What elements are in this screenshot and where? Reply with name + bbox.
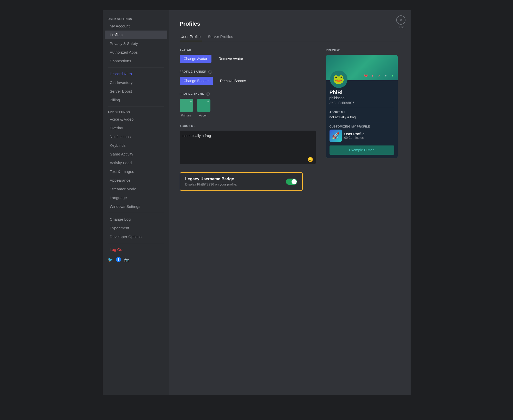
activity-time: 00:01 minutes: [344, 136, 365, 140]
banner-info-icon[interactable]: i: [208, 70, 212, 74]
card-customizing-label: CUSTOMIZING MY PROFILE: [330, 125, 394, 128]
tabs-container: User Profile Server Profiles: [180, 32, 400, 41]
sidebar: USER SETTINGS My Account Profiles Privac…: [103, 10, 169, 395]
activity-info: User Profile 00:01 minutes: [344, 132, 365, 140]
toggle-check-icon: ✓: [293, 180, 295, 183]
sidebar-item-billing[interactable]: Billing: [105, 96, 167, 104]
card-banner: 🐸 🎀 ♥ ✕ ● ●: [326, 55, 398, 80]
sidebar-item-change-log[interactable]: Change Log: [105, 215, 167, 223]
banner-section: PROFILE BANNER i Change Banner Remove Ba…: [180, 70, 316, 85]
content-right: PREVIEW 🐸 🎀 ♥ ✕ ●: [326, 48, 400, 191]
primary-swatch[interactable]: ✏: [180, 99, 193, 112]
card-avatar-area: 🐸: [330, 71, 347, 88]
sidebar-item-my-account[interactable]: My Account: [105, 22, 167, 30]
card-username: phibiscool: [330, 96, 394, 100]
accent-label: Accent: [199, 114, 208, 117]
content-layout: AVATAR Change Avatar Remove Avatar PROFI…: [180, 48, 400, 191]
avatar-label: AVATAR: [180, 48, 316, 52]
card-aka: AKA PhiBi#8936: [330, 101, 394, 105]
sidebar-item-appearance[interactable]: Appearance: [105, 176, 167, 184]
aka-label: AKA: [330, 101, 336, 105]
sidebar-item-game-activity[interactable]: Game Activity: [105, 150, 167, 158]
card-avatar: 🐸: [330, 71, 347, 88]
sidebar-item-keybinds[interactable]: Keybinds: [105, 141, 167, 150]
sidebar-item-notifications[interactable]: Notifications: [105, 132, 167, 141]
sidebar-item-experiment[interactable]: Experiment: [105, 224, 167, 232]
legacy-badge-text: Legacy Username Badge Display PhiBi#8936…: [185, 177, 237, 186]
badge-icon-1: 🎀: [363, 73, 369, 78]
card-about-label: ABOUT ME: [330, 111, 394, 114]
user-settings-label: USER SETTINGS: [103, 15, 169, 22]
preview-label: PREVIEW: [326, 48, 400, 52]
instagram-icon[interactable]: 📷: [124, 257, 129, 262]
divider-3: [108, 213, 164, 213]
facebook-icon[interactable]: f: [116, 257, 121, 262]
about-me-section: ABOUT ME not actually a frog 😊: [180, 124, 316, 165]
badge-icon-2: ♥: [370, 73, 375, 78]
about-me-wrapper: not actually a frog 😊: [180, 131, 316, 165]
accent-edit-icon: ✏: [207, 100, 209, 103]
sidebar-item-connections[interactable]: Connections: [105, 57, 167, 65]
sidebar-item-overlay[interactable]: Overlay: [105, 124, 167, 132]
page-title: Profiles: [180, 21, 400, 27]
card-body: PhiBi phibiscool AKA PhiBi#8936 ABOUT ME…: [326, 80, 398, 158]
primary-edit-icon: ✏: [190, 100, 192, 103]
legacy-badge-toggle[interactable]: ✓: [286, 179, 297, 185]
sidebar-item-text-images[interactable]: Text & Images: [105, 167, 167, 176]
divider-4: [108, 243, 164, 243]
avatar-section: AVATAR Change Avatar Remove Avatar: [180, 48, 316, 63]
remove-avatar-button[interactable]: Remove Avatar: [215, 55, 247, 63]
legacy-badge-title: Legacy Username Badge: [185, 177, 237, 181]
theme-section: PROFILE THEME i ✏ Primary ✏: [180, 92, 316, 117]
badge-icon-5: ●: [390, 73, 395, 78]
sidebar-item-windows-settings[interactable]: Windows Settings: [105, 202, 167, 211]
close-button[interactable]: ✕: [396, 15, 405, 25]
tab-user-profile[interactable]: User Profile: [180, 32, 202, 41]
card-name: PhiBi: [330, 90, 394, 95]
about-me-textarea[interactable]: not actually a frog: [180, 131, 316, 164]
card-divider-1: [330, 108, 394, 108]
card-about-text: not actually a frog: [330, 115, 394, 119]
sidebar-item-language[interactable]: Language: [105, 193, 167, 202]
sidebar-item-developer-options[interactable]: Developer Options: [105, 232, 167, 241]
sidebar-item-profiles[interactable]: Profiles: [105, 31, 167, 39]
sidebar-item-server-boost[interactable]: Server Boost: [105, 87, 167, 95]
tab-server-profiles[interactable]: Server Profiles: [207, 32, 234, 41]
primary-swatch-wrap: ✏ Primary: [180, 99, 193, 117]
card-example-button[interactable]: Example Button: [330, 145, 394, 155]
aka-value: PhiBi#8936: [338, 101, 354, 105]
badge-icon-4: ●: [383, 73, 389, 78]
accent-swatch[interactable]: ✏: [197, 99, 210, 112]
divider-2: [108, 106, 164, 106]
app-settings-label: APP SETTINGS: [103, 109, 169, 115]
divider-1: [108, 67, 164, 67]
toggle-knob: ✓: [292, 179, 297, 184]
theme-info-icon[interactable]: i: [206, 92, 210, 96]
badge-icon-3: ✕: [377, 73, 382, 78]
content-left: AVATAR Change Avatar Remove Avatar PROFI…: [180, 48, 316, 191]
emoji-button[interactable]: 😊: [307, 157, 313, 162]
avatar-button-row: Change Avatar Remove Avatar: [180, 55, 316, 63]
card-icons-row: 🎀 ♥ ✕ ● ●: [363, 73, 395, 78]
sidebar-item-activity-feed[interactable]: Activity Feed: [105, 159, 167, 167]
sidebar-item-gift-inventory[interactable]: Gift Inventory: [105, 78, 167, 87]
sidebar-item-voice-video[interactable]: Voice & Video: [105, 115, 167, 123]
change-banner-button[interactable]: Change Banner: [180, 77, 213, 85]
about-me-label: ABOUT ME: [180, 124, 316, 128]
legacy-badge-box: Legacy Username Badge Display PhiBi#8936…: [180, 172, 303, 191]
sidebar-item-privacy-safety[interactable]: Privacy & Safety: [105, 39, 167, 48]
activity-title: User Profile: [344, 132, 365, 136]
accent-swatch-wrap: ✏ Accent: [197, 99, 210, 117]
change-avatar-button[interactable]: Change Avatar: [180, 55, 211, 63]
sidebar-item-streamer-mode[interactable]: Streamer Mode: [105, 185, 167, 193]
profile-card: 🐸 🎀 ♥ ✕ ● ● PhiBi: [326, 55, 398, 158]
twitter-icon[interactable]: 🐦: [108, 257, 113, 262]
main-content: ✕ ESC Profiles User Profile Server Profi…: [169, 10, 411, 395]
sidebar-item-authorized-apps[interactable]: Authorized Apps: [105, 48, 167, 56]
banner-label: PROFILE BANNER i: [180, 70, 316, 74]
card-activity-row: 🚀 User Profile 00:01 minutes: [330, 130, 394, 142]
activity-thumbnail: 🚀: [330, 130, 342, 142]
remove-banner-button[interactable]: Remove Banner: [216, 77, 250, 85]
sidebar-item-logout[interactable]: Log Out: [105, 245, 167, 254]
sidebar-item-discord-nitro[interactable]: Discord Nitro: [105, 70, 167, 78]
